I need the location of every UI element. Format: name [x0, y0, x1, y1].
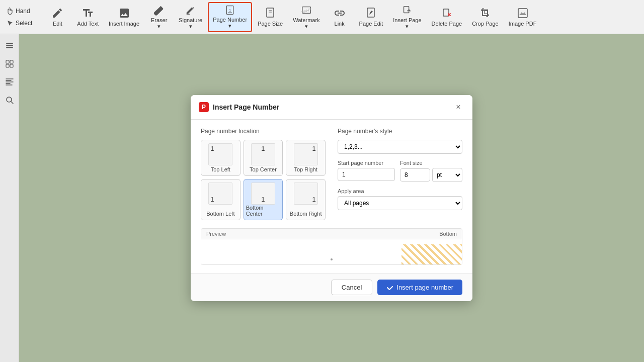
toolbar-insert-image[interactable]: Insert Image: [104, 2, 144, 32]
page-edit-icon: [365, 7, 377, 19]
select-label: Select: [16, 20, 32, 27]
svg-rect-14: [6, 45, 13, 46]
list-icon: [5, 41, 14, 50]
toolbar-page-size[interactable]: Page Size: [253, 2, 287, 32]
sidebar-lines[interactable]: [2, 74, 17, 89]
hand-icon: [7, 8, 14, 15]
font-size-unit-select[interactable]: pt px: [432, 168, 462, 182]
svg-rect-12: [518, 9, 527, 18]
edit-icon: [51, 7, 63, 19]
location-section: Page number location 1 Top Left: [201, 128, 326, 220]
location-bottom-left[interactable]: 1 Bottom Left: [201, 179, 240, 220]
toolbar-add-text[interactable]: Add Text: [72, 2, 103, 32]
sidebar-search[interactable]: [2, 93, 17, 108]
svg-rect-16: [6, 60, 9, 63]
select-icon: [7, 20, 14, 27]
preview-section: Preview Bottom: [201, 228, 462, 265]
location-top-right[interactable]: 1 Top Right: [286, 140, 326, 176]
insert-image-label: Insert Image: [109, 21, 139, 27]
svg-rect-15: [6, 47, 13, 48]
style-row: 1,2,3... i,ii,iii... a,b,c... A,B,C...: [338, 140, 462, 154]
insert-page-icon: [401, 5, 413, 16]
dialog-header-left: P Insert Page Number: [199, 102, 279, 112]
font-size-input[interactable]: [400, 168, 430, 182]
toolbar-edit[interactable]: Edit: [43, 2, 71, 32]
preview-label: Preview: [206, 231, 226, 237]
location-label-tc: Top Center: [250, 166, 277, 172]
signature-icon: [185, 5, 197, 16]
watermark-label: Watermark: [293, 17, 319, 23]
delete-page-label: Delete Page: [432, 21, 462, 27]
toolbar-page-edit[interactable]: Page Edit: [355, 2, 388, 32]
close-button[interactable]: ×: [452, 101, 464, 113]
main-row: Page number location 1 Top Left: [201, 128, 462, 220]
crop-page-label: Crop Page: [472, 21, 499, 27]
page-size-icon: [264, 7, 276, 19]
toolbar-signature[interactable]: Signature▾: [174, 2, 207, 32]
insert-label: Insert page number: [396, 284, 453, 291]
add-text-icon: [82, 7, 94, 19]
dialog-footer: Cancel Insert page number: [191, 273, 472, 301]
style-select[interactable]: 1,2,3... i,ii,iii... a,b,c... A,B,C...: [338, 140, 462, 154]
toolbar-watermark[interactable]: DRAFT Watermark▾: [288, 2, 324, 32]
hand-label: Hand: [16, 8, 30, 15]
toolbar-link[interactable]: Link: [326, 2, 354, 32]
toolbar-delete-page[interactable]: Delete Page: [427, 2, 467, 32]
dialog-header: P Insert Page Number ×: [191, 95, 472, 120]
app-icon: P: [199, 102, 209, 112]
start-page-label: Start page number: [338, 160, 395, 166]
insert-check-icon: [386, 284, 393, 291]
location-section-title: Page number location: [201, 128, 326, 135]
insert-page-label: Insert Page: [393, 17, 421, 23]
apply-area-select[interactable]: All pages Odd pages Even pages: [338, 196, 462, 210]
sidebar-grid[interactable]: [2, 56, 17, 71]
preview-stripe: [401, 244, 462, 264]
preview-dot: [331, 258, 333, 260]
page-edit-label: Page Edit: [359, 21, 383, 27]
font-size-row: Font size pt px: [400, 160, 462, 182]
image-pdf-icon: [517, 7, 529, 19]
link-icon: [334, 7, 346, 19]
page-preview-tc: 1: [251, 143, 275, 165]
link-label: Link: [335, 21, 345, 27]
toolbar-image-pdf[interactable]: Image PDF: [504, 2, 541, 32]
image-pdf-label: Image PDF: [509, 21, 537, 27]
search-icon: [5, 96, 14, 105]
svg-rect-10: [404, 6, 409, 13]
toolbar-eraser[interactable]: Eraser▾: [145, 2, 173, 32]
toolbar: Hand Select Edit Add Text Insert Image: [0, 0, 644, 34]
page-number-label: Page Number: [213, 17, 247, 23]
start-page-row: Start page number: [338, 160, 395, 182]
eraser-icon: [153, 5, 165, 16]
svg-rect-18: [6, 64, 9, 67]
sidebar: [0, 34, 19, 362]
location-top-center[interactable]: 1 Top Center: [244, 140, 283, 176]
sidebar-list[interactable]: [2, 38, 17, 53]
page-preview-tl: 1: [208, 143, 232, 165]
insert-button[interactable]: Insert page number: [377, 280, 462, 295]
cancel-button[interactable]: Cancel: [331, 280, 372, 295]
hand-button[interactable]: Hand: [2, 6, 37, 17]
location-bottom-right[interactable]: 1 Bottom Right: [286, 179, 326, 220]
start-page-input[interactable]: [338, 168, 395, 181]
location-top-left[interactable]: 1 Top Left: [201, 140, 240, 176]
dialog-title: Insert Page Number: [213, 103, 279, 111]
two-col-row: Start page number Font size pt px: [338, 160, 462, 188]
svg-rect-19: [10, 64, 13, 67]
separator-1: [41, 6, 41, 28]
page-number-icon: 1: [224, 5, 236, 15]
edit-label: Edit: [53, 21, 62, 27]
lines-icon: [5, 77, 14, 86]
toolbar-page-number[interactable]: 1 Page Number▾: [208, 2, 252, 32]
watermark-icon: DRAFT: [300, 5, 312, 16]
location-bottom-center[interactable]: 1 Bottom Center: [244, 179, 283, 220]
apply-area-row: Apply area All pages Odd pages Even page…: [338, 188, 462, 210]
toolbar-insert-page[interactable]: Insert Page▾: [388, 2, 426, 32]
style-section-title: Page number's style: [338, 128, 462, 135]
toolbar-crop-page[interactable]: Crop Page: [467, 2, 503, 32]
location-label-tr: Top Right: [294, 166, 317, 172]
select-button[interactable]: Select: [2, 18, 37, 29]
svg-rect-17: [10, 60, 13, 63]
svg-text:1: 1: [229, 8, 231, 12]
dialog-body: Page number location 1 Top Left: [191, 120, 472, 273]
